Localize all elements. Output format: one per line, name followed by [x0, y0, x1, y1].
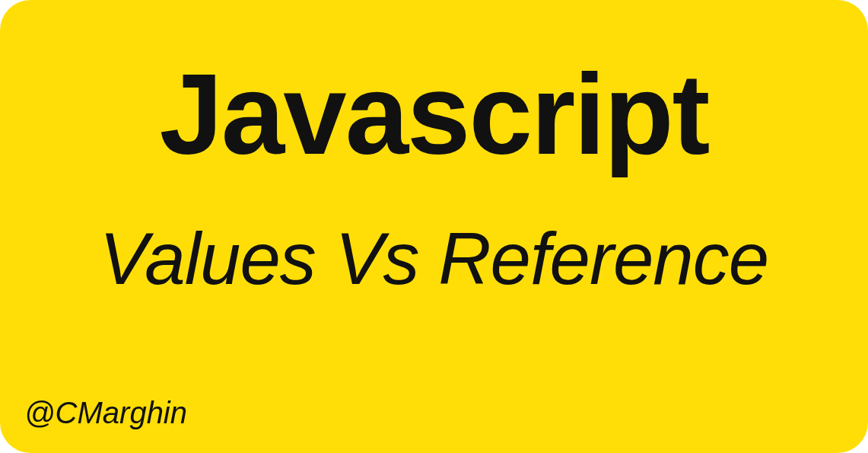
card-title: Javascript	[159, 57, 708, 171]
title-card: Javascript Values Vs Reference @CMarghin	[0, 0, 868, 453]
card-author: @CMarghin	[24, 396, 187, 430]
card-subtitle: Values Vs Reference	[100, 217, 768, 301]
